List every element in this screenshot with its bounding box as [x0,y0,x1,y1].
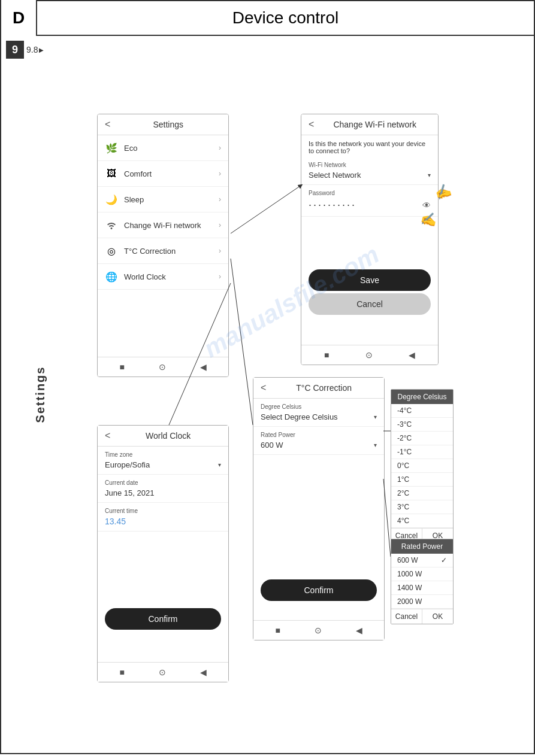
wifi-network-label: Wi-Fi Network [309,162,431,168]
menu-item-worldclock[interactable]: 🌐 World Clock › [98,264,228,290]
worldclock-icon: 🌐 [105,270,118,283]
rated-power-dropdown: Rated Power 600 W ✓ 1000 W 1400 W 2000 W… [391,539,454,624]
wifi-network-group: Wi-Fi Network Select Network ▾ [301,157,438,185]
degree-group: Degree Celsius Select Degree Celsius ▾ [253,399,384,427]
degree-celsius-dropdown: Degree Celsius -4°C -3°C -2°C -1°C 0°C 1… [391,389,454,544]
correction-label: T°C Correction [124,247,219,256]
rated-power-600[interactable]: 600 W ✓ [391,554,453,567]
svg-line-0 [231,186,301,233]
degree-select[interactable]: Select Degree Celsius ▾ [261,412,377,421]
sleep-arrow: › [219,195,221,204]
worldclock-screen-title: World Clock [115,431,221,441]
settings-bottom-stop[interactable]: ■ [119,362,124,372]
wifi-save-button[interactable]: Save [309,269,431,291]
correction-screen-title: T°C Correction [271,383,377,393]
settings-screen-header: < Settings [98,114,228,135]
worldclock-back-button[interactable]: < [105,430,110,441]
rated-power-select[interactable]: 600 W ▾ [261,441,377,450]
settings-side-label: Settings [34,366,47,423]
worldclock-bottom-home[interactable]: ⊙ [159,667,166,677]
rated-power-group: Rated Power 600 W ▾ [253,427,384,455]
degree-item-1[interactable]: 1°C [391,473,453,487]
menu-item-correction[interactable]: ◎ T°C Correction › [98,238,228,264]
current-time-value: 13.45 [105,517,221,526]
degree-dropdown-arrow: ▾ [374,414,377,420]
wifi-bottom-back[interactable]: ◀ [409,350,415,360]
rated-power-600-check: ✓ [441,556,447,564]
rated-power-2000[interactable]: 2000 W [391,595,453,609]
worldclock-label: World Clock [124,272,219,281]
wifi-bottom-bar: ■ ⊙ ◀ [301,345,438,365]
svg-line-1 [231,259,253,425]
settings-bottom-back[interactable]: ◀ [200,362,207,372]
correction-bottom-back[interactable]: ◀ [356,626,362,635]
wifi-bottom-home[interactable]: ⊙ [365,350,373,360]
wifi-network-select[interactable]: Select Network ▾ [309,171,431,180]
rated-power-dropdown-footer: Cancel OK [391,609,453,624]
degree-celsius-dropdown-header: Degree Celsius [391,390,453,404]
header-title: Device control [37,8,534,28]
section-letter: D [13,8,25,28]
sleep-icon: 🌙 [105,193,118,206]
sleep-label: Sleep [124,195,219,204]
page-title: Device control [232,8,338,27]
degree-item-minus2[interactable]: -2°C [391,432,453,445]
password-dots: ·········· [309,199,356,211]
degree-item-2[interactable]: 2°C [391,487,453,500]
wifi-icon [105,218,118,232]
section-sub: 9.8 [26,45,44,54]
rated-power-cancel-button[interactable]: Cancel [391,609,422,624]
worldclock-bottom-back[interactable]: ◀ [200,667,207,677]
wifi-bottom-stop[interactable]: ■ [324,350,329,360]
settings-back-button[interactable]: < [105,119,110,130]
timezone-label: Time zone [105,451,221,458]
degree-item-3[interactable]: 3°C [391,500,453,514]
worldclock-confirm-button[interactable]: Confirm [105,608,221,630]
timezone-dropdown-arrow: ▾ [218,462,221,468]
timezone-group: Time zone Europe/Sofia ▾ [98,447,228,475]
menu-item-sleep[interactable]: 🌙 Sleep › [98,187,228,212]
correction-bottom-stop[interactable]: ■ [275,626,280,635]
rated-power-dropdown-arrow: ▾ [374,442,377,448]
degree-item-minus1[interactable]: -1°C [391,445,453,459]
degree-label: Degree Celsius [261,403,377,410]
rated-power-1000[interactable]: 1000 W [391,567,453,581]
correction-confirm-button[interactable]: Confirm [261,579,377,601]
rated-power-ok-button[interactable]: OK [422,609,453,624]
comfort-icon: 🖼 [105,167,118,180]
current-date-label: Current date [105,479,221,486]
comfort-arrow: › [219,169,221,178]
current-date-group: Current date June 15, 2021 [98,475,228,503]
correction-screen: < T°C Correction Degree Celsius Select D… [253,377,385,640]
degree-item-minus3[interactable]: -3°C [391,418,453,432]
wifi-cancel-button[interactable]: Cancel [309,293,431,315]
wifi-back-button[interactable]: < [309,119,314,130]
wifi-network-dropdown-arrow: ▾ [428,172,431,178]
correction-bottom-home[interactable]: ⊙ [315,626,322,635]
degree-item-0[interactable]: 0°C [391,459,453,473]
worldclock-bottom-stop[interactable]: ■ [119,667,124,677]
main-area: 9 9.8 Settings manualsfile.com < Setting… [0,36,535,754]
menu-item-comfort[interactable]: 🖼 Comfort › [98,161,228,187]
rated-power-1400[interactable]: 1400 W [391,581,453,595]
timezone-select[interactable]: Europe/Sofia ▾ [105,460,221,469]
menu-item-wifi[interactable]: Change Wi-Fi network › [98,212,228,238]
wifi-screen-title: Change Wi-Fi network [319,120,431,129]
eco-label: Eco [124,144,219,153]
menu-item-eco[interactable]: 🌿 Eco › [98,135,228,161]
current-time-group: Current time 13.45 [98,503,228,532]
wifi-password-label: Password [309,190,431,196]
correction-screen-header: < T°C Correction [253,378,384,399]
eco-icon: 🌿 [105,141,118,154]
section-badge: 9 9.8 [6,41,44,59]
wifi-password-group: Password ·········· 👁 [301,185,438,217]
correction-back-button[interactable]: < [261,382,266,393]
eco-arrow: › [219,144,221,152]
settings-bottom-home[interactable]: ⊙ [159,362,166,372]
settings-bottom-bar: ■ ⊙ ◀ [98,357,228,377]
password-toggle-icon[interactable]: 👁 [422,201,431,210]
degree-item-4[interactable]: 4°C [391,514,453,528]
degree-item-minus4[interactable]: -4°C [391,404,453,418]
worldclock-bottom-bar: ■ ⊙ ◀ [98,662,228,682]
correction-icon: ◎ [105,244,118,257]
